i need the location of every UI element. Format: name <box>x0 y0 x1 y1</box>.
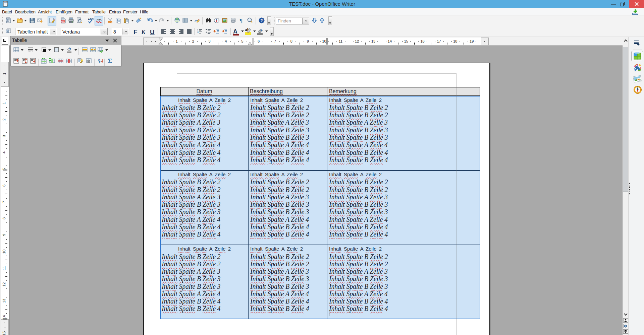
svg-text:ABC: ABC <box>88 18 94 21</box>
svg-text:I: I <box>197 28 198 31</box>
svg-text:?: ? <box>260 18 263 23</box>
svg-text:PDF: PDF <box>61 20 65 22</box>
svg-text:¶: ¶ <box>239 17 243 23</box>
svg-text:II: II <box>197 31 199 34</box>
svg-text:Z: Z <box>99 61 101 64</box>
svg-text:ABC: ABC <box>97 18 102 21</box>
